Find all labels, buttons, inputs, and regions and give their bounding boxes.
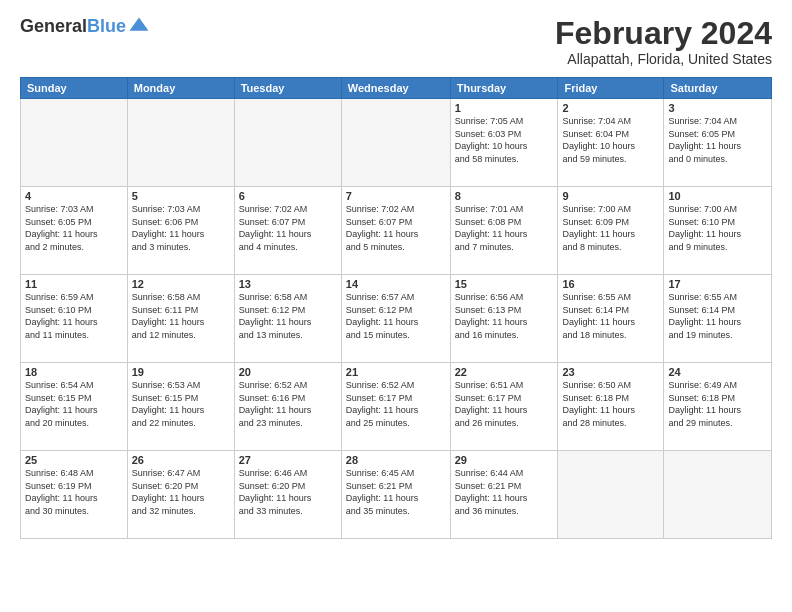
day-cell: 23Sunrise: 6:50 AMSunset: 6:18 PMDayligh… (558, 363, 664, 451)
day-info: Sunrise: 6:47 AMSunset: 6:20 PMDaylight:… (132, 467, 230, 517)
day-cell: 8Sunrise: 7:01 AMSunset: 6:08 PMDaylight… (450, 187, 558, 275)
day-number: 13 (239, 278, 337, 290)
day-cell: 14Sunrise: 6:57 AMSunset: 6:12 PMDayligh… (341, 275, 450, 363)
weekday-header-row: SundayMondayTuesdayWednesdayThursdayFrid… (21, 78, 772, 99)
day-number: 22 (455, 366, 554, 378)
day-info: Sunrise: 6:49 AMSunset: 6:18 PMDaylight:… (668, 379, 767, 429)
day-info: Sunrise: 6:55 AMSunset: 6:14 PMDaylight:… (562, 291, 659, 341)
weekday-thursday: Thursday (450, 78, 558, 99)
day-info: Sunrise: 6:52 AMSunset: 6:17 PMDaylight:… (346, 379, 446, 429)
day-cell (234, 99, 341, 187)
header: GeneralBlue February 2024 Allapattah, Fl… (20, 16, 772, 67)
day-number: 19 (132, 366, 230, 378)
day-cell: 28Sunrise: 6:45 AMSunset: 6:21 PMDayligh… (341, 451, 450, 539)
day-info: Sunrise: 6:45 AMSunset: 6:21 PMDaylight:… (346, 467, 446, 517)
day-number: 2 (562, 102, 659, 114)
day-info: Sunrise: 6:55 AMSunset: 6:14 PMDaylight:… (668, 291, 767, 341)
day-cell (127, 99, 234, 187)
day-info: Sunrise: 6:57 AMSunset: 6:12 PMDaylight:… (346, 291, 446, 341)
day-number: 14 (346, 278, 446, 290)
day-number: 15 (455, 278, 554, 290)
day-number: 18 (25, 366, 123, 378)
day-number: 9 (562, 190, 659, 202)
day-cell: 13Sunrise: 6:58 AMSunset: 6:12 PMDayligh… (234, 275, 341, 363)
day-number: 7 (346, 190, 446, 202)
day-number: 25 (25, 454, 123, 466)
day-cell (21, 99, 128, 187)
day-cell: 15Sunrise: 6:56 AMSunset: 6:13 PMDayligh… (450, 275, 558, 363)
calendar-table: SundayMondayTuesdayWednesdayThursdayFrid… (20, 77, 772, 539)
day-info: Sunrise: 7:00 AMSunset: 6:10 PMDaylight:… (668, 203, 767, 253)
day-cell: 4Sunrise: 7:03 AMSunset: 6:05 PMDaylight… (21, 187, 128, 275)
day-cell: 17Sunrise: 6:55 AMSunset: 6:14 PMDayligh… (664, 275, 772, 363)
day-info: Sunrise: 6:44 AMSunset: 6:21 PMDaylight:… (455, 467, 554, 517)
day-cell: 9Sunrise: 7:00 AMSunset: 6:09 PMDaylight… (558, 187, 664, 275)
day-number: 20 (239, 366, 337, 378)
day-info: Sunrise: 6:54 AMSunset: 6:15 PMDaylight:… (25, 379, 123, 429)
day-info: Sunrise: 6:58 AMSunset: 6:11 PMDaylight:… (132, 291, 230, 341)
day-info: Sunrise: 6:53 AMSunset: 6:15 PMDaylight:… (132, 379, 230, 429)
day-cell: 19Sunrise: 6:53 AMSunset: 6:15 PMDayligh… (127, 363, 234, 451)
day-cell: 29Sunrise: 6:44 AMSunset: 6:21 PMDayligh… (450, 451, 558, 539)
weekday-tuesday: Tuesday (234, 78, 341, 99)
day-cell: 22Sunrise: 6:51 AMSunset: 6:17 PMDayligh… (450, 363, 558, 451)
day-cell: 5Sunrise: 7:03 AMSunset: 6:06 PMDaylight… (127, 187, 234, 275)
day-cell: 27Sunrise: 6:46 AMSunset: 6:20 PMDayligh… (234, 451, 341, 539)
day-number: 24 (668, 366, 767, 378)
day-cell: 10Sunrise: 7:00 AMSunset: 6:10 PMDayligh… (664, 187, 772, 275)
day-info: Sunrise: 7:02 AMSunset: 6:07 PMDaylight:… (239, 203, 337, 253)
title-block: February 2024 Allapattah, Florida, Unite… (555, 16, 772, 67)
day-info: Sunrise: 6:46 AMSunset: 6:20 PMDaylight:… (239, 467, 337, 517)
day-number: 23 (562, 366, 659, 378)
day-number: 10 (668, 190, 767, 202)
day-info: Sunrise: 7:03 AMSunset: 6:05 PMDaylight:… (25, 203, 123, 253)
day-info: Sunrise: 7:04 AMSunset: 6:05 PMDaylight:… (668, 115, 767, 165)
logo-text: GeneralBlue (20, 17, 126, 37)
day-info: Sunrise: 6:56 AMSunset: 6:13 PMDaylight:… (455, 291, 554, 341)
day-info: Sunrise: 7:01 AMSunset: 6:08 PMDaylight:… (455, 203, 554, 253)
day-info: Sunrise: 6:52 AMSunset: 6:16 PMDaylight:… (239, 379, 337, 429)
day-number: 26 (132, 454, 230, 466)
day-cell: 26Sunrise: 6:47 AMSunset: 6:20 PMDayligh… (127, 451, 234, 539)
week-row-3: 11Sunrise: 6:59 AMSunset: 6:10 PMDayligh… (21, 275, 772, 363)
day-number: 6 (239, 190, 337, 202)
day-info: Sunrise: 6:51 AMSunset: 6:17 PMDaylight:… (455, 379, 554, 429)
day-cell: 24Sunrise: 6:49 AMSunset: 6:18 PMDayligh… (664, 363, 772, 451)
logo-icon (128, 16, 150, 38)
day-number: 17 (668, 278, 767, 290)
day-info: Sunrise: 7:02 AMSunset: 6:07 PMDaylight:… (346, 203, 446, 253)
weekday-saturday: Saturday (664, 78, 772, 99)
day-number: 5 (132, 190, 230, 202)
weekday-friday: Friday (558, 78, 664, 99)
day-number: 28 (346, 454, 446, 466)
day-cell: 11Sunrise: 6:59 AMSunset: 6:10 PMDayligh… (21, 275, 128, 363)
weekday-wednesday: Wednesday (341, 78, 450, 99)
day-info: Sunrise: 7:05 AMSunset: 6:03 PMDaylight:… (455, 115, 554, 165)
day-number: 4 (25, 190, 123, 202)
svg-marker-0 (130, 17, 149, 30)
day-number: 1 (455, 102, 554, 114)
calendar-title: February 2024 (555, 16, 772, 51)
day-cell: 12Sunrise: 6:58 AMSunset: 6:11 PMDayligh… (127, 275, 234, 363)
day-info: Sunrise: 7:03 AMSunset: 6:06 PMDaylight:… (132, 203, 230, 253)
day-cell (341, 99, 450, 187)
day-number: 3 (668, 102, 767, 114)
day-cell: 7Sunrise: 7:02 AMSunset: 6:07 PMDaylight… (341, 187, 450, 275)
day-cell: 6Sunrise: 7:02 AMSunset: 6:07 PMDaylight… (234, 187, 341, 275)
day-number: 8 (455, 190, 554, 202)
day-info: Sunrise: 7:00 AMSunset: 6:09 PMDaylight:… (562, 203, 659, 253)
weekday-sunday: Sunday (21, 78, 128, 99)
week-row-1: 1Sunrise: 7:05 AMSunset: 6:03 PMDaylight… (21, 99, 772, 187)
day-number: 12 (132, 278, 230, 290)
day-cell: 3Sunrise: 7:04 AMSunset: 6:05 PMDaylight… (664, 99, 772, 187)
day-number: 16 (562, 278, 659, 290)
day-info: Sunrise: 6:58 AMSunset: 6:12 PMDaylight:… (239, 291, 337, 341)
day-info: Sunrise: 6:50 AMSunset: 6:18 PMDaylight:… (562, 379, 659, 429)
week-row-4: 18Sunrise: 6:54 AMSunset: 6:15 PMDayligh… (21, 363, 772, 451)
day-cell: 20Sunrise: 6:52 AMSunset: 6:16 PMDayligh… (234, 363, 341, 451)
day-cell: 1Sunrise: 7:05 AMSunset: 6:03 PMDaylight… (450, 99, 558, 187)
day-number: 27 (239, 454, 337, 466)
day-cell (664, 451, 772, 539)
week-row-2: 4Sunrise: 7:03 AMSunset: 6:05 PMDaylight… (21, 187, 772, 275)
day-info: Sunrise: 6:48 AMSunset: 6:19 PMDaylight:… (25, 467, 123, 517)
